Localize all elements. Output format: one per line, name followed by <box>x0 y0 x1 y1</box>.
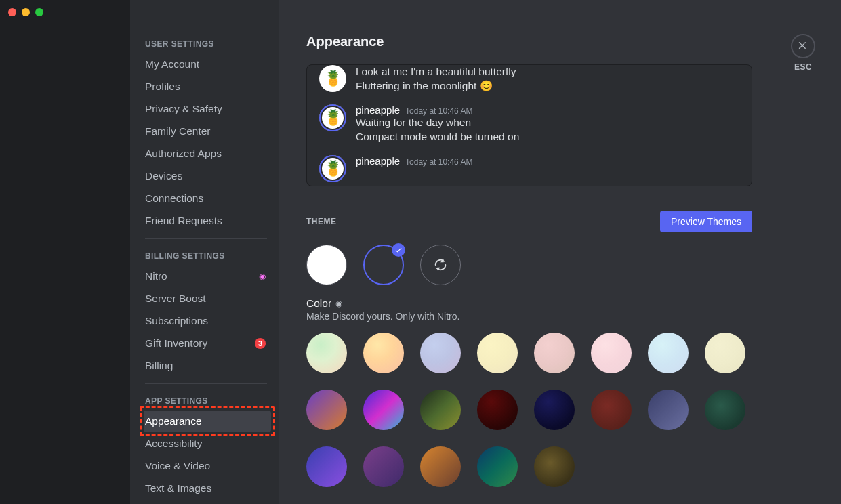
sync-icon <box>433 257 448 272</box>
avatar <box>319 65 346 92</box>
sidebar-item-appearance[interactable]: Appearance <box>144 411 271 432</box>
message-line: Waiting for the day when <box>356 116 739 130</box>
color-swatch[interactable] <box>306 333 347 373</box>
preview-themes-button[interactable]: Preview Themes <box>660 211 752 232</box>
sidebar-item-friend-requests[interactable]: Friend Requests <box>144 210 271 232</box>
nitro-icon: ◉ <box>259 272 266 281</box>
color-swatch[interactable] <box>477 446 518 487</box>
sidebar-category-app: APP SETTINGS <box>144 385 271 410</box>
color-swatch[interactable] <box>648 333 689 373</box>
message-line: Compact mode would be turned on <box>356 130 739 144</box>
color-swatch[interactable] <box>306 446 347 487</box>
color-heading: Color <box>306 297 331 310</box>
sidebar-item-profiles[interactable]: Profiles <box>144 76 271 98</box>
sidebar-item-authorized-apps[interactable]: Authorized Apps <box>144 143 271 165</box>
sidebar-item-devices[interactable]: Devices <box>144 165 271 187</box>
avatar <box>319 155 346 182</box>
sidebar-item-connections[interactable]: Connections <box>144 188 271 209</box>
settings-content: Appearance ESC Look at me I'm a beautifu… <box>279 0 841 504</box>
color-swatch[interactable] <box>705 390 745 430</box>
theme-option-dark[interactable] <box>363 245 404 285</box>
timestamp: Today at 10:46 AM <box>405 106 472 116</box>
color-swatch[interactable] <box>591 333 632 373</box>
page-title: Appearance <box>306 34 841 49</box>
color-swatch[interactable] <box>363 390 404 430</box>
timestamp: Today at 10:46 AM <box>405 157 472 167</box>
sidebar-item-family-center[interactable]: Family Center <box>144 121 271 142</box>
color-swatch[interactable] <box>477 333 518 373</box>
color-swatch-grid <box>306 333 760 487</box>
sidebar-divider <box>145 238 267 239</box>
sidebar-item-billing[interactable]: Billing <box>144 355 271 377</box>
color-swatch[interactable] <box>420 446 461 487</box>
maximize-window-icon[interactable] <box>35 8 43 16</box>
color-swatch[interactable] <box>477 390 518 430</box>
close-icon <box>797 40 809 52</box>
chat-preview: Look at me I'm a beautiful butterfly Flu… <box>306 64 752 186</box>
left-gutter <box>0 0 130 504</box>
gift-badge: 3 <box>255 338 266 349</box>
color-swatch[interactable] <box>591 390 632 430</box>
color-swatch[interactable] <box>306 390 347 430</box>
close-settings-label: ESC <box>791 62 815 72</box>
nitro-icon: ◉ <box>335 299 342 308</box>
sidebar-item-subscriptions[interactable]: Subscriptions <box>144 310 271 332</box>
sidebar-item-voice-video[interactable]: Voice & Video <box>144 455 271 477</box>
sidebar-item-privacy[interactable]: Privacy & Safety <box>144 98 271 120</box>
color-swatch[interactable] <box>648 390 689 430</box>
minimize-window-icon[interactable] <box>22 8 30 16</box>
color-swatch[interactable] <box>363 446 404 487</box>
color-swatch[interactable] <box>534 446 575 487</box>
username: pineapple <box>356 155 400 167</box>
sidebar-item-accessibility[interactable]: Accessibility <box>144 433 271 455</box>
username: pineapple <box>356 104 400 116</box>
theme-option-sync[interactable] <box>420 245 461 285</box>
sidebar-item-gift-inventory[interactable]: Gift Inventory 3 <box>144 333 271 354</box>
window-controls <box>8 8 43 16</box>
close-settings-button[interactable] <box>791 34 815 58</box>
sidebar-category-billing: BILLING SETTINGS <box>144 240 271 265</box>
message-line: Look at me I'm a beautiful butterfly <box>356 65 739 79</box>
message-line: Fluttering in the moonlight 😊 <box>356 79 739 93</box>
sidebar-category-user: USER SETTINGS <box>144 20 271 53</box>
color-swatch[interactable] <box>420 390 461 430</box>
settings-sidebar: USER SETTINGS My Account Profiles Privac… <box>130 0 279 504</box>
theme-option-light[interactable] <box>306 245 347 285</box>
check-icon <box>392 243 405 257</box>
color-swatch[interactable] <box>534 390 575 430</box>
sidebar-divider <box>145 383 267 384</box>
sidebar-item-text-images[interactable]: Text & Images <box>144 478 271 499</box>
color-swatch[interactable] <box>420 333 461 373</box>
color-swatch[interactable] <box>363 333 404 373</box>
color-swatch[interactable] <box>534 333 575 373</box>
avatar <box>319 104 346 131</box>
color-swatch[interactable] <box>705 333 745 373</box>
theme-heading: THEME <box>306 217 337 226</box>
sidebar-item-server-boost[interactable]: Server Boost <box>144 288 271 310</box>
sidebar-item-my-account[interactable]: My Account <box>144 54 271 75</box>
theme-section: THEME Preview Themes Color <box>306 211 752 487</box>
sidebar-item-nitro[interactable]: Nitro ◉ <box>144 266 271 287</box>
color-description: Make Discord yours. Only with Nitro. <box>306 311 752 322</box>
close-window-icon[interactable] <box>8 8 16 16</box>
